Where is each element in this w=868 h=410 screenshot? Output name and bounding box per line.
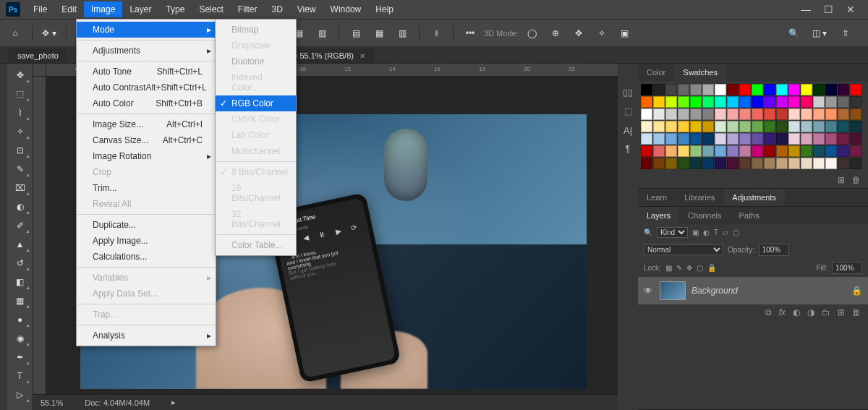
menu-layer[interactable]: Layer — [122, 1, 158, 17]
swatch[interactable] — [641, 158, 652, 169]
swatch[interactable] — [690, 133, 702, 145]
swatch[interactable] — [764, 84, 775, 95]
magic-wand-tool[interactable]: ✧ — [10, 123, 30, 140]
swatch[interactable] — [702, 158, 714, 169]
swatch[interactable] — [665, 121, 677, 132]
swatch[interactable] — [665, 158, 677, 169]
home-icon[interactable]: ⌂ — [6, 24, 25, 43]
menu-type[interactable]: Type — [158, 1, 192, 17]
eraser-tool[interactable]: ◧ — [10, 273, 30, 291]
new-layer-icon[interactable]: ⊞ — [838, 307, 845, 317]
menu-help[interactable]: Help — [368, 1, 401, 17]
search-icon[interactable]: 🔍 — [784, 24, 803, 43]
gradient-tool[interactable]: ▦ — [10, 292, 30, 309]
menu-item-trim-[interactable]: Trim... — [77, 180, 216, 196]
swatch[interactable] — [850, 84, 861, 95]
swatch[interactable] — [752, 121, 763, 132]
menu-item-duplicate-[interactable]: Duplicate... — [77, 217, 216, 233]
type-tool[interactable]: T — [10, 367, 30, 385]
swatch[interactable] — [715, 96, 726, 108]
distribute-icon[interactable]: ⫴ — [427, 24, 446, 43]
swatch[interactable] — [752, 133, 763, 145]
menu-file[interactable]: File — [26, 1, 54, 17]
swatch[interactable] — [653, 145, 665, 157]
swatch[interactable] — [641, 84, 652, 95]
swatch[interactable] — [788, 121, 800, 132]
workspace-switcher-icon[interactable]: ◫ ▾ — [810, 24, 829, 43]
panel-collapse-strip[interactable] — [0, 64, 7, 410]
move-3d-icon[interactable]: ✥ — [569, 24, 588, 43]
swatch[interactable] — [813, 84, 825, 95]
visibility-icon[interactable]: 👁 — [644, 286, 654, 296]
swatch[interactable] — [825, 108, 837, 120]
swatch[interactable] — [739, 84, 751, 95]
swatch[interactable] — [813, 133, 825, 145]
swatch[interactable] — [776, 158, 788, 169]
link-layers-icon[interactable]: ⧉ — [765, 307, 772, 317]
align-center-v-icon[interactable]: ▦ — [370, 24, 388, 43]
move-tool-icon[interactable]: ✥ ▾ — [40, 24, 59, 43]
swatch[interactable] — [788, 133, 800, 145]
layer-filter-kind[interactable]: Kind — [657, 227, 688, 238]
swatch[interactable] — [776, 145, 788, 157]
swatch[interactable] — [715, 145, 726, 157]
menu-window[interactable]: Window — [323, 1, 369, 17]
swatch[interactable] — [690, 158, 702, 169]
menu-item-image-rotation[interactable]: Image Rotation▸ — [77, 148, 216, 164]
swatch[interactable] — [678, 121, 689, 132]
swatch[interactable] — [702, 121, 714, 132]
swatch[interactable] — [665, 145, 677, 157]
swatch[interactable] — [727, 133, 739, 145]
camera-icon[interactable]: ▣ — [616, 24, 634, 43]
tab-swatches[interactable]: Swatches — [674, 64, 726, 81]
align-bottom-icon[interactable]: ▥ — [393, 24, 412, 43]
dodge-tool[interactable]: ◉ — [10, 330, 30, 347]
swatch[interactable] — [838, 158, 849, 169]
swatch[interactable] — [678, 145, 689, 157]
swatch[interactable] — [727, 96, 739, 108]
swatch[interactable] — [715, 121, 726, 132]
menu-filter[interactable]: Filter — [231, 1, 265, 17]
swatch[interactable] — [764, 96, 775, 108]
character-icon[interactable]: A| — [621, 123, 635, 137]
swatch[interactable] — [801, 121, 812, 132]
swatch[interactable] — [813, 108, 825, 120]
swatch[interactable] — [715, 108, 726, 120]
menu-3d[interactable]: 3D — [264, 1, 289, 17]
swatch[interactable] — [641, 133, 652, 145]
group-icon[interactable]: 🗀 — [822, 307, 830, 317]
menu-view[interactable]: View — [290, 1, 323, 17]
swatch[interactable] — [764, 145, 775, 157]
swatch[interactable] — [653, 84, 665, 95]
swatch[interactable] — [702, 145, 714, 157]
swatch[interactable] — [752, 145, 763, 157]
swatch[interactable] — [702, 96, 714, 108]
align-right-icon[interactable]: ▥ — [312, 24, 331, 43]
swatch[interactable] — [825, 133, 837, 145]
delete-swatch-icon[interactable]: 🗑 — [852, 175, 861, 185]
tab-learn[interactable]: Learn — [638, 189, 676, 206]
swatch[interactable] — [678, 133, 689, 145]
swatch[interactable] — [653, 121, 665, 132]
zoom-level[interactable]: 55.1% — [41, 398, 63, 407]
crop-tool[interactable]: ⊡ — [10, 142, 30, 159]
fill-field[interactable] — [832, 262, 862, 274]
tab-channels[interactable]: Channels — [679, 207, 730, 224]
swatch[interactable] — [727, 121, 739, 132]
swatch[interactable] — [678, 96, 689, 108]
swatch[interactable] — [641, 121, 652, 132]
swatch[interactable] — [665, 84, 677, 95]
menu-item-image-size-[interactable]: Image Size...Alt+Ctrl+I — [77, 116, 216, 132]
scale-3d-icon[interactable]: ✧ — [592, 24, 611, 43]
pen-tool[interactable]: ✒ — [10, 349, 30, 366]
swatch[interactable] — [788, 84, 800, 95]
swatch[interactable] — [838, 108, 849, 120]
swatch[interactable] — [715, 84, 726, 95]
swatch[interactable] — [715, 158, 726, 169]
swatch[interactable] — [739, 158, 751, 169]
menu-item-adjustments[interactable]: Adjustments▸ — [77, 43, 216, 59]
healing-brush-tool[interactable]: ◐ — [10, 198, 30, 215]
close-button[interactable]: ✕ — [846, 4, 855, 15]
more-options-icon[interactable]: ••• — [461, 24, 480, 43]
lock-artboard-icon[interactable]: ▢ — [697, 264, 703, 272]
